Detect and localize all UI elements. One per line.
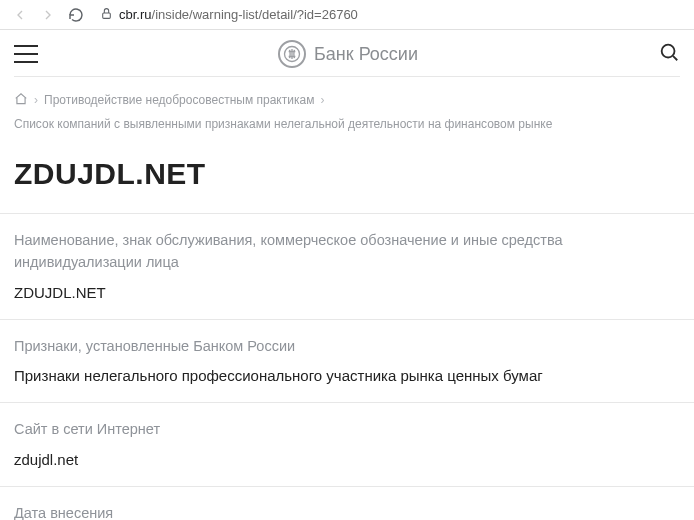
detail-label: Сайт в сети Интернет — [14, 419, 680, 441]
detail-row: Дата внесения 17.04.2024 — [0, 486, 694, 520]
detail-value: ZDUJDL.NET — [14, 284, 680, 301]
menu-button[interactable] — [14, 45, 38, 63]
reload-button[interactable] — [66, 5, 86, 25]
breadcrumb-item[interactable]: Противодействие недобросовестным практик… — [44, 91, 314, 109]
detail-row: Наименование, знак обслуживания, коммерч… — [0, 213, 694, 319]
bank-logo-icon — [278, 40, 306, 68]
url-path: /inside/warning-list/detail/?id=26760 — [152, 7, 358, 22]
svg-line-3 — [673, 56, 677, 60]
address-bar[interactable]: cbr.ru/inside/warning-list/detail/?id=26… — [94, 7, 684, 23]
detail-row: Признаки, установленные Банком России Пр… — [0, 319, 694, 403]
breadcrumb: › Противодействие недобросовестным практ… — [0, 77, 694, 139]
page-title: ZDUJDL.NET — [0, 139, 694, 213]
detail-value: Признаки нелегального профессионального … — [14, 367, 680, 384]
chevron-right-icon: › — [34, 91, 38, 109]
detail-label: Признаки, установленные Банком России — [14, 336, 680, 358]
forward-button[interactable] — [38, 5, 58, 25]
site-header: Банк России — [0, 30, 694, 76]
browser-toolbar: cbr.ru/inside/warning-list/detail/?id=26… — [0, 0, 694, 30]
detail-label: Дата внесения — [14, 503, 680, 520]
detail-row: Сайт в сети Интернет zdujdl.net — [0, 402, 694, 486]
detail-label: Наименование, знак обслуживания, коммерч… — [14, 230, 680, 274]
brand[interactable]: Банк России — [278, 40, 418, 68]
detail-value: zdujdl.net — [14, 451, 680, 468]
url-domain: cbr.ru — [119, 7, 152, 22]
chevron-right-icon: › — [320, 91, 324, 109]
home-icon[interactable] — [14, 92, 28, 106]
back-button[interactable] — [10, 5, 30, 25]
brand-name: Банк России — [314, 44, 418, 65]
search-button[interactable] — [658, 41, 680, 67]
svg-point-2 — [662, 45, 675, 58]
breadcrumb-item[interactable]: Список компаний с выявленными признаками… — [14, 115, 552, 133]
svg-rect-0 — [103, 12, 111, 17]
lock-icon — [100, 7, 113, 23]
